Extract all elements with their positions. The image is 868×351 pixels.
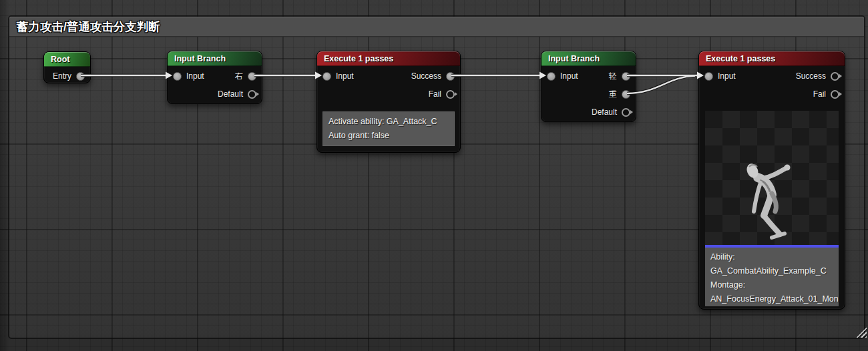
output-pin-group: Fail [429,89,455,99]
graph-canvas[interactable]: { "comment": { "title": "蓄力攻击/普通攻击分支判断" … [0,0,868,351]
output-pin-group: Default [218,89,256,99]
fail-output-pin[interactable] [446,90,455,99]
pin-label-input: Input [186,71,204,81]
output-pin-group: 重 [609,89,630,100]
node-root[interactable]: Root Entry [43,51,91,83]
info-line-autogrant: Auto grant: false [329,129,449,143]
montage-details-box: Ability: GA_CombatAbility_Example_C Mont… [705,248,839,306]
input-pin[interactable] [547,72,556,81]
montage-label: Montage: [710,278,833,292]
input-pin-group: Input [173,71,204,81]
montage-animation-preview[interactable] [705,111,839,245]
pin-row: Input 右 [173,69,256,83]
output-pin-group: Success [411,71,455,81]
pin-label-success: Success [796,71,826,81]
input-pin-group: Input [322,71,354,81]
info-line-activate: Activate ability: GA_Attack_C [329,115,449,129]
pin-row: Input Success [704,69,839,83]
node-execute2-header[interactable]: Execute 1 passes [699,51,845,66]
pin-label-input: Input [336,71,354,81]
pin-label-entry: Entry [53,71,71,81]
montage-value: AN_FocusEnergy_Attack_01_Mon [710,292,833,306]
default-output-pin[interactable] [248,90,256,99]
pin-label-fail: Fail [813,89,826,99]
node-execute-2[interactable]: Execute 1 passes Input Success Fail [698,51,845,310]
pin-label-fail: Fail [429,89,441,99]
pin-label-light: 轻 [609,71,617,82]
output-pin-group: Fail [813,89,839,99]
pin-row: Fail [704,87,839,101]
default-output-pin[interactable] [622,108,630,117]
comment-title[interactable]: 蓄力攻击/普通攻击分支判断 [9,17,864,37]
pin-row: Entry [49,69,85,83]
pin-label-default: Default [218,89,243,99]
pin-row: Input 轻 [547,69,630,83]
pin-label-input: Input [718,71,736,81]
node-branch2-header[interactable]: Input Branch [541,51,636,66]
ability-label: Ability: [710,250,833,264]
node-branch1-header[interactable]: Input Branch [168,51,262,66]
node-root-header[interactable]: Root [44,52,90,67]
ability-info-box: Activate ability: GA_Attack_C Auto grant… [322,111,455,146]
pin-row: Input Success [322,69,455,83]
input-pin-group: Input [547,71,578,81]
input-pin[interactable] [173,72,182,81]
output-pin-group: 轻 [609,71,630,82]
fail-output-pin[interactable] [831,90,839,99]
pin-row: 重 [547,87,630,101]
pin-label-success: Success [411,71,441,81]
output-pin-group: Default [592,107,630,117]
light-output-pin[interactable] [622,72,630,81]
right-output-pin[interactable] [248,72,256,81]
pin-row: Fail [322,87,455,101]
pin-label-right: 右 [235,71,243,82]
pin-row: Default [547,105,630,119]
ability-value: GA_CombatAbility_Example_C [710,264,833,278]
success-output-pin[interactable] [831,72,839,81]
output-pin-group: Success [796,71,839,81]
node-execute1-header[interactable]: Execute 1 passes [317,51,460,66]
character-figure [705,111,839,245]
pin-label-heavy: 重 [609,89,617,100]
output-pin-group: 右 [235,71,256,82]
pin-label-default: Default [592,107,617,117]
node-execute-1[interactable]: Execute 1 passes Input Success Fail Acti… [316,51,461,153]
pin-row: Default [173,87,256,101]
input-pin[interactable] [322,72,331,81]
heavy-output-pin[interactable] [622,90,630,99]
pin-label-input: Input [560,71,578,81]
input-pin[interactable] [704,72,713,81]
output-pin-group: Entry [53,71,85,81]
input-pin-group: Input [704,71,736,81]
node-input-branch-1[interactable]: Input Branch Input 右 Default [167,51,262,104]
success-output-pin[interactable] [446,72,455,81]
entry-pin[interactable] [76,72,85,81]
node-input-branch-2[interactable]: Input Branch Input 轻 重 Default [541,51,636,122]
